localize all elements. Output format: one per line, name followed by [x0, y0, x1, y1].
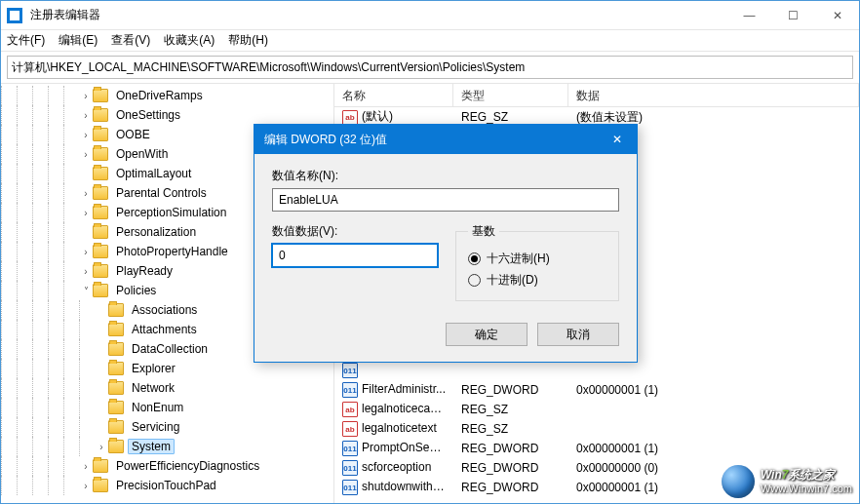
radio-dec-indicator	[468, 274, 481, 287]
folder-icon	[93, 284, 108, 297]
folder-icon	[93, 245, 108, 258]
menubar: 文件(F) 编辑(E) 查看(V) 收藏夹(A) 帮助(H)	[1, 30, 859, 52]
tree-item-label: Network	[128, 381, 178, 395]
menu-file[interactable]: 文件(F)	[7, 32, 45, 49]
folder-icon	[93, 479, 108, 492]
chevron-right-icon[interactable]: ›	[79, 110, 93, 121]
chevron-right-icon[interactable]: ›	[79, 461, 93, 472]
chevron-right-icon[interactable]: ›	[79, 247, 93, 257]
chevron-right-icon[interactable]: ›	[95, 442, 108, 452]
value-name: legalnoticecap...	[362, 402, 447, 415]
radio-hex-indicator	[468, 252, 481, 265]
col-data[interactable]: 数据	[568, 84, 859, 106]
close-button[interactable]: ✕	[815, 1, 859, 29]
value-row[interactable]: ablegalnoticetextREG_SZ	[334, 419, 859, 439]
address-bar[interactable]: 计算机\HKEY_LOCAL_MACHINE\SOFTWARE\Microsof…	[7, 56, 853, 79]
dialog-title: 编辑 DWORD (32 位)值	[264, 132, 598, 148]
value-name: FilterAdministr...	[362, 382, 446, 396]
tree-item-label: Parental Controls	[112, 186, 211, 200]
menu-favorites[interactable]: 收藏夹(A)	[164, 32, 215, 49]
tree-item-label: Policies	[112, 284, 160, 297]
dword-value-icon: 011	[342, 460, 358, 476]
tree-item-servicing[interactable]: Servicing	[1, 417, 333, 437]
tree-item-label: OpenWith	[112, 147, 172, 161]
string-value-icon: ab	[342, 402, 358, 417]
value-name: scforceoption	[362, 460, 431, 474]
col-name[interactable]: 名称	[334, 84, 453, 106]
menu-view[interactable]: 查看(V)	[111, 32, 150, 49]
folder-icon	[93, 459, 108, 473]
watermark-orb-icon	[722, 465, 755, 498]
tree-item-powerefficiencydiagnostics[interactable]: ›PowerEfficiencyDiagnostics	[1, 456, 333, 476]
base-legend: 基数	[468, 223, 499, 240]
folder-icon	[108, 381, 124, 395]
chevron-right-icon[interactable]: ›	[79, 208, 93, 218]
cancel-button[interactable]: 取消	[537, 323, 619, 346]
value-row[interactable]: 011	[334, 361, 859, 380]
watermark-line1c: 系统之家	[788, 468, 835, 482]
titlebar: 注册表编辑器 — ☐ ✕	[1, 1, 859, 30]
base-fieldset: 基数 十六进制(H) 十进制(D)	[455, 223, 619, 301]
tree-item-label: OOBE	[112, 128, 154, 141]
value-name: shutdownwitho...	[362, 480, 449, 493]
folder-icon	[108, 362, 124, 375]
value-type: REG_DWORD	[453, 442, 568, 455]
address-path: 计算机\HKEY_LOCAL_MACHINE\SOFTWARE\Microsof…	[12, 59, 848, 76]
folder-icon	[108, 342, 124, 356]
tree-item-label: DataCollection	[128, 342, 212, 356]
value-type: REG_SZ	[453, 110, 568, 124]
dword-value-icon: 011	[342, 363, 358, 378]
folder-icon	[108, 401, 124, 414]
value-data-label: 数值数据(V):	[272, 223, 438, 240]
chevron-right-icon[interactable]: ›	[79, 481, 93, 491]
watermark-line2: Www.Winwin7.com	[761, 482, 852, 495]
tree-item-network[interactable]: Network	[1, 378, 333, 398]
radio-dec[interactable]: 十进制(D)	[468, 269, 606, 291]
value-name: (默认)	[362, 109, 393, 123]
tree-item-onesettings[interactable]: ›OneSettings	[1, 105, 333, 125]
tree-item-label: Servicing	[128, 420, 183, 434]
folder-icon	[93, 264, 108, 278]
maximize-button[interactable]: ☐	[771, 1, 815, 29]
chevron-down-icon[interactable]: ˅	[79, 286, 93, 296]
value-data: (数值未设置)	[568, 109, 859, 126]
value-type: REG_DWORD	[453, 383, 568, 397]
folder-icon	[93, 167, 108, 180]
radio-hex-label: 十六进制(H)	[487, 251, 550, 267]
tree-item-label: Personalization	[112, 225, 200, 239]
value-row[interactable]: 011PromptOnSecu...REG_DWORD0x00000001 (1…	[334, 439, 859, 458]
folder-icon	[93, 147, 108, 161]
value-data: 0x00000001 (1)	[568, 383, 859, 397]
tree-item-system[interactable]: ›System	[1, 437, 333, 456]
col-type[interactable]: 类型	[453, 84, 568, 106]
tree-item-precisiontouchpad[interactable]: ›PrecisionTouchPad	[1, 476, 333, 495]
radio-dec-label: 十进制(D)	[487, 272, 538, 289]
watermark: Win7系统之家 Www.Winwin7.com	[722, 465, 852, 498]
regedit-icon	[7, 8, 22, 23]
radio-hex[interactable]: 十六进制(H)	[468, 248, 606, 269]
tree-item-nonenum[interactable]: NonEnum	[1, 398, 333, 417]
tree-item-label: PerceptionSimulation	[112, 206, 230, 219]
ok-button[interactable]: 确定	[446, 323, 528, 346]
chevron-right-icon[interactable]: ›	[79, 149, 93, 160]
value-row[interactable]: 011FilterAdministr...REG_DWORD0x00000001…	[334, 380, 859, 400]
list-header: 名称 类型 数据	[334, 84, 859, 107]
folder-icon	[93, 89, 108, 102]
value-data-input[interactable]	[272, 244, 438, 267]
chevron-right-icon[interactable]: ›	[79, 188, 93, 199]
tree-item-label: System	[128, 439, 175, 454]
value-type: REG_SZ	[453, 422, 568, 436]
chevron-right-icon[interactable]: ›	[79, 266, 93, 277]
value-name: legalnoticetext	[362, 421, 437, 435]
tree-item-onedriveramps[interactable]: ›OneDriveRamps	[1, 86, 333, 105]
chevron-right-icon[interactable]: ›	[79, 130, 93, 140]
menu-edit[interactable]: 编辑(E)	[59, 32, 98, 49]
chevron-right-icon[interactable]: ›	[79, 91, 93, 101]
folder-icon	[108, 323, 124, 336]
minimize-button[interactable]: —	[727, 1, 771, 29]
value-name-input[interactable]	[272, 188, 619, 212]
folder-icon	[108, 420, 124, 434]
menu-help[interactable]: 帮助(H)	[228, 32, 268, 49]
dialog-close-button[interactable]: ✕	[598, 125, 637, 154]
value-row[interactable]: ablegalnoticecap...REG_SZ	[334, 400, 859, 419]
